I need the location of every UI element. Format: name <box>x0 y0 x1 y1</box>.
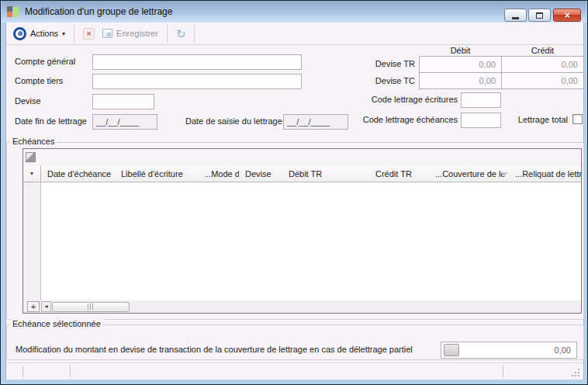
actions-label: Actions <box>30 29 58 38</box>
maximize-button[interactable] <box>528 9 551 22</box>
amount-field[interactable]: 0,00 <box>441 342 577 359</box>
statusbar-divider <box>503 366 503 377</box>
sort-triangle-icon <box>500 172 508 176</box>
row-selector-header[interactable]: ▼ <box>23 166 41 182</box>
echeances-grid: ▼ Date d'échéance Libellé d'écriture ...… <box>22 148 582 314</box>
column-header-reliquat[interactable]: ...Reliquat de lettra <box>514 166 582 182</box>
chevron-down-icon: ▾ <box>62 30 65 37</box>
compte-tiers-label: Compte tiers <box>15 76 63 85</box>
grid-body[interactable] <box>23 182 581 300</box>
date-saisie-lettrage-label: Date de saisie du lettrage <box>185 116 282 126</box>
refresh-icon: ↻ <box>176 28 186 40</box>
actions-button[interactable]: Actions ▾ <box>9 26 69 42</box>
devise-tc-credit-field: 0,00 <box>501 72 584 89</box>
devise-tr-debit-field: 0,00 <box>419 56 502 73</box>
column-header-credit-tr[interactable]: Crédit TR <box>375 166 434 182</box>
titlebar[interactable]: Modification d'un groupe de lettrage × <box>2 1 586 23</box>
save-icon <box>102 29 112 38</box>
devise-tr-credit-field: 0,00 <box>501 56 584 73</box>
toolbar-separator <box>74 25 74 42</box>
app-icon-green-square <box>13 7 19 17</box>
grid-header-row: ▼ Date d'échéance Libellé d'écriture ...… <box>23 166 581 182</box>
lettrage-total-label: Lettrage total <box>441 115 568 124</box>
app-icon-gray-square <box>7 6 12 12</box>
column-header-libelle-ecriture[interactable]: Libellé d'écriture <box>115 166 198 182</box>
horizontal-scrollbar[interactable]: ◄ <box>41 301 581 312</box>
app-icon[interactable] <box>7 5 19 18</box>
toolbar-separator <box>167 25 168 42</box>
client-area: Actions ▾ × Enregistrer ↻ Compte général… <box>5 23 584 380</box>
window-title: Modification d'un groupe de lettrage <box>25 6 172 17</box>
refresh-button[interactable]: ↻ <box>172 26 190 41</box>
compte-general-input[interactable] <box>92 54 302 70</box>
amount-lookup-button[interactable] <box>444 344 459 356</box>
grid-bottom-bar: + ◄ <box>23 300 581 313</box>
code-lettrage-ecritures-input[interactable] <box>461 92 501 108</box>
compte-tiers-input[interactable] <box>92 74 302 89</box>
devise-input[interactable] <box>92 94 154 109</box>
compte-general-label: Compte général <box>15 57 75 66</box>
devise-tc-debit-field: 0,00 <box>419 72 502 89</box>
echeances-group-label: Echéances <box>10 137 57 146</box>
credit-column-header: Crédit <box>501 46 584 55</box>
window: Modification d'un groupe de lettrage × A… <box>0 0 588 385</box>
scroll-left-button[interactable]: ◄ <box>41 301 51 312</box>
minimize-button[interactable] <box>504 9 527 22</box>
amount-value: 0,00 <box>555 345 571 355</box>
add-row-button[interactable]: + <box>27 301 40 312</box>
devise-label: Devise <box>15 96 41 106</box>
statusbar <box>6 362 583 380</box>
toolbar-separator <box>194 25 195 42</box>
save-label: Enregistrer <box>116 29 158 38</box>
lettrage-total-checkbox[interactable] <box>572 114 583 124</box>
actions-target-icon <box>13 27 26 40</box>
devise-tc-label: Devise TC <box>301 76 415 85</box>
grid-options-icon[interactable] <box>26 152 36 162</box>
scrollbar-grip-icon <box>88 303 94 310</box>
toolbar: Actions ▾ × Enregistrer ↻ <box>6 23 583 45</box>
statusbar-divider <box>70 366 71 377</box>
debit-column-header: Débit <box>419 46 502 55</box>
column-header-devise[interactable]: Devise <box>239 166 288 182</box>
statusbar-divider <box>22 366 23 377</box>
selection-group-label: Echéance sélectionnée <box>10 319 103 328</box>
close-button[interactable]: × <box>553 9 581 22</box>
resize-grip[interactable] <box>570 367 579 376</box>
date-fin-lettrage-input[interactable] <box>92 114 157 130</box>
selection-description: Modification du montant en devise de tra… <box>16 345 413 354</box>
code-lettrage-echeances-label: Code lettrage échéances <box>303 115 458 124</box>
minimize-icon <box>512 17 519 19</box>
column-header-date-echeance[interactable]: Date d'échéance <box>41 166 115 182</box>
delete-icon: × <box>83 28 95 40</box>
row-selector-column <box>23 182 41 300</box>
column-header-mode[interactable]: ...Mode d <box>198 166 239 182</box>
delete-button[interactable]: × <box>79 26 99 41</box>
maximize-icon <box>536 12 543 19</box>
date-fin-lettrage-label: Date fin de lettrage <box>15 116 87 126</box>
close-icon: × <box>564 11 569 20</box>
column-header-debit-tr[interactable]: Débit TR <box>288 166 375 182</box>
selection-groupbox: Echéance sélectionnée Modification du mo… <box>6 324 584 360</box>
totals-grid: 0,00 0,00 0,00 0,00 <box>419 56 584 90</box>
save-button[interactable]: Enregistrer <box>99 27 162 40</box>
grid-toolbar <box>23 149 581 166</box>
scrollbar-thumb[interactable] <box>52 302 130 312</box>
column-header-couverture[interactable]: ...Couverture de le <box>434 166 514 182</box>
app-icon-orange-square <box>7 12 12 17</box>
column-header-couverture-label: ...Couverture de le <box>435 169 506 179</box>
devise-tr-label: Devise TR <box>301 59 415 68</box>
code-lettrage-ecritures-label: Code lettrage écritures <box>303 95 458 104</box>
